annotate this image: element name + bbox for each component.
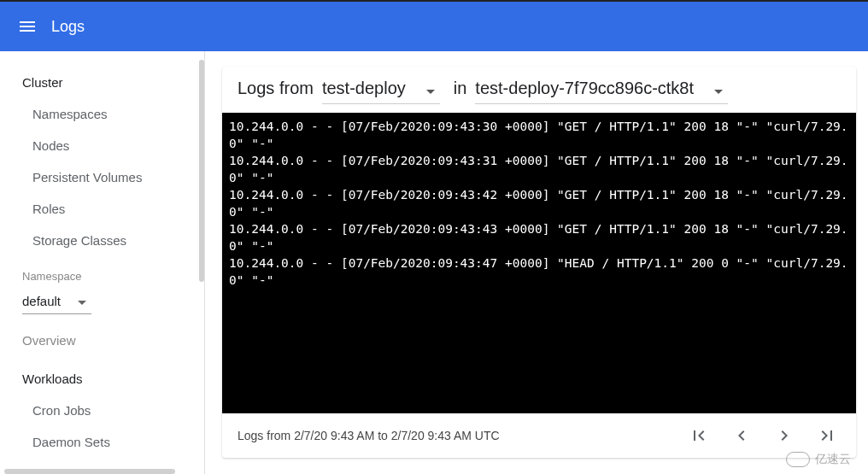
namespace-label: Namespace (22, 270, 182, 283)
log-range-text: Logs from 2/7/20 9:43 AM to 2/7/20 9:43 … (238, 429, 500, 442)
watermark: 亿速云 (786, 452, 851, 467)
log-footer: Logs from 2/7/20 9:43 AM to 2/7/20 9:43 … (222, 413, 856, 458)
dropdown-arrow-icon (426, 82, 435, 97)
scrollbar[interactable] (199, 60, 204, 282)
dropdown-arrow-icon (78, 293, 86, 308)
namespace-select[interactable]: default (22, 290, 91, 314)
page-prev-button[interactable] (728, 422, 755, 449)
main-layout: Cluster Namespaces Nodes Persistent Volu… (0, 51, 868, 474)
page-title: Logs (51, 18, 85, 36)
menu-icon[interactable] (10, 9, 44, 44)
page-last-button[interactable] (813, 422, 841, 449)
sidebar-item-cron-jobs[interactable]: Cron Jobs (0, 395, 204, 426)
sidebar-item-roles[interactable]: Roles (0, 193, 204, 225)
sidebar-section-overview[interactable]: Overview (0, 318, 204, 356)
sidebar-item-namespaces[interactable]: Namespaces (0, 98, 204, 130)
log-pod-select[interactable]: test-deploy-7f79cc896c-ctk8t (475, 79, 728, 104)
dropdown-arrow-icon (714, 82, 723, 97)
sidebar-section-cluster[interactable]: Cluster (0, 60, 204, 98)
pagination (685, 422, 841, 449)
sidebar-item-daemon-sets[interactable]: Daemon Sets (0, 426, 204, 458)
log-header: Logs from test-deploy in test-deploy-7f7… (222, 67, 856, 113)
app-header: Logs (0, 0, 868, 51)
cloud-icon (786, 452, 810, 467)
namespace-value: default (22, 294, 61, 308)
sidebar-item-nodes[interactable]: Nodes (0, 130, 204, 161)
horizontal-scrollbar[interactable] (4, 469, 175, 474)
sidebar-section-workloads[interactable]: Workloads (0, 356, 204, 395)
log-output[interactable]: 10.244.0.0 - - [07/Feb/2020:09:43:30 +00… (222, 113, 856, 413)
logs-in-label: in (454, 79, 467, 98)
page-first-button[interactable] (685, 422, 713, 449)
logs-from-label: Logs from (238, 79, 314, 98)
sidebar-item-storage-classes[interactable]: Storage Classes (0, 225, 204, 256)
sidebar: Cluster Namespaces Nodes Persistent Volu… (0, 51, 205, 474)
log-source-value: test-deploy (322, 79, 406, 98)
namespace-selector-group: Namespace default (0, 256, 204, 318)
log-source-select[interactable]: test-deploy (322, 79, 440, 104)
content-area: Logs from test-deploy in test-deploy-7f7… (205, 51, 868, 474)
sidebar-item-persistent-volumes[interactable]: Persistent Volumes (0, 161, 204, 193)
log-card: Logs from test-deploy in test-deploy-7f7… (222, 67, 856, 458)
watermark-text: 亿速云 (815, 452, 851, 467)
log-pod-value: test-deploy-7f79cc896c-ctk8t (475, 79, 694, 98)
page-next-button[interactable] (771, 422, 798, 449)
